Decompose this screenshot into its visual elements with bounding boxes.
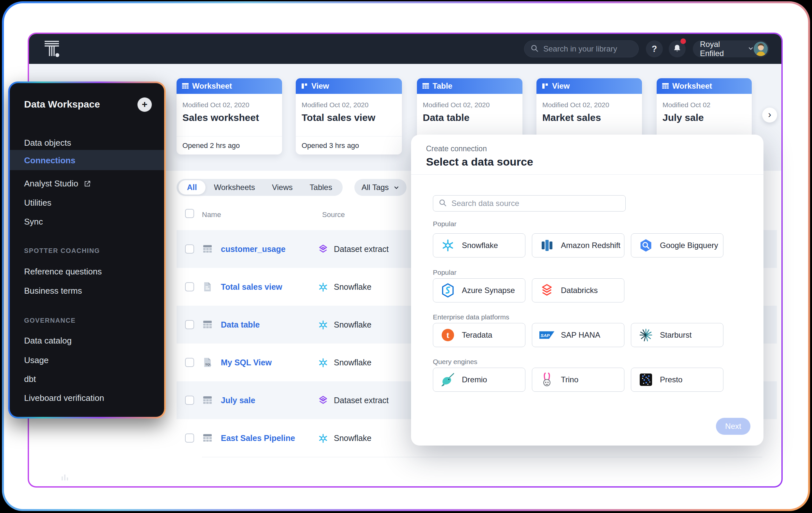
row-source: Snowflake (334, 306, 371, 344)
sidebar-item-utilities[interactable]: Utilities (24, 198, 52, 208)
modal-title: Select a data source (426, 156, 533, 168)
row-source: Snowflake (334, 268, 371, 306)
column-header-name[interactable]: Name (202, 211, 221, 219)
sidebar-item-sync[interactable]: Sync (24, 217, 43, 227)
tile-amazon-redshift[interactable]: Amazon Redshift (532, 233, 625, 258)
next-button[interactable]: Next (716, 418, 750, 435)
group-label-query-engines: Query engines (433, 358, 477, 366)
row-name-link[interactable]: My SQL View (221, 344, 272, 381)
group-label-popular-1: Popular (433, 220, 456, 228)
tile-label: Azure Synapse (462, 286, 515, 295)
tile-sap-hana[interactable]: SAP SAP HANA (532, 323, 625, 347)
tile-trino[interactable]: Trino (532, 368, 625, 392)
library-search[interactable] (524, 40, 639, 57)
thoughtspot-logo-icon[interactable] (43, 39, 60, 60)
sidebar-item-data-catalog[interactable]: Data catalog (24, 336, 71, 346)
tile-label: Amazon Redshift (561, 241, 620, 250)
avatar[interactable] (754, 42, 768, 56)
data-source-search[interactable] (433, 195, 626, 212)
snowflake-icon (318, 357, 329, 370)
card-footer: Opened 2 hrs ago (177, 136, 282, 155)
row-name-link[interactable]: customer_usage (221, 230, 286, 268)
row-source: Snowflake (334, 344, 371, 381)
sidebar-item-liveboard-verification[interactable]: Liveboard verification (24, 393, 104, 403)
tab-all[interactable]: All (178, 180, 205, 195)
row-source: Dataset extract (334, 230, 388, 268)
databricks-icon (540, 283, 554, 298)
help-button[interactable]: ? (646, 40, 663, 57)
tags-filter-label: All Tags (361, 183, 389, 192)
document-icon (202, 281, 213, 294)
tile-snowflake[interactable]: Snowflake (433, 233, 525, 258)
chart-watermark-icon (61, 474, 69, 482)
card-type-header: View (536, 78, 642, 94)
row-name-link[interactable]: July sale (221, 381, 255, 419)
sidebar-item-dbt[interactable]: dbt (24, 374, 36, 384)
card-title: Market sales (542, 112, 642, 123)
card-title: July sale (663, 112, 752, 123)
search-input[interactable] (543, 44, 645, 54)
card-type-label: Worksheet (192, 81, 232, 90)
card-type-label: View (311, 81, 329, 90)
data-workspace-sidebar: Data Workspace + Data objects Connection… (10, 83, 164, 417)
tile-label: SAP HANA (561, 330, 600, 340)
data-source-search-input[interactable] (451, 198, 620, 208)
tile-label: Google Bigquery (660, 241, 718, 250)
user-menu[interactable]: Royal Enfiled (693, 40, 769, 57)
teradata-icon: t (440, 328, 455, 343)
row-checkbox[interactable] (185, 244, 194, 253)
tile-label: Dremio (462, 375, 487, 384)
type-filter-tabs: All Worksheets Views Tables (177, 179, 343, 196)
view-layout-icon (301, 82, 308, 90)
tile-label: Teradata (462, 330, 492, 340)
row-source: Snowflake (334, 419, 371, 457)
svg-text:SQL: SQL (205, 363, 211, 366)
sidebar-item-data-objects[interactable]: Data objects (24, 138, 71, 148)
tab-tables[interactable]: Tables (301, 180, 341, 195)
tab-worksheets[interactable]: Worksheets (205, 180, 263, 195)
tile-presto[interactable]: Presto (631, 368, 723, 392)
row-checkbox[interactable] (185, 358, 194, 367)
row-checkbox[interactable] (185, 396, 194, 405)
snowflake-icon (318, 433, 329, 445)
tile-databricks[interactable]: Databricks (532, 278, 625, 302)
screenshot-canvas: ? Royal Enfiled (0, 0, 812, 513)
cards-scroll-next-button[interactable]: › (762, 108, 777, 123)
sidebar-item-reference-questions[interactable]: Reference questions (24, 267, 102, 277)
row-name-link[interactable]: Data table (221, 306, 260, 344)
bell-icon (673, 44, 682, 54)
tags-filter-dropdown[interactable]: All Tags (354, 179, 406, 196)
sidebar-item-usage[interactable]: Usage (24, 355, 49, 366)
row-checkbox[interactable] (185, 282, 194, 291)
row-source: Dataset extract (334, 381, 388, 419)
select-all-checkbox[interactable] (185, 209, 194, 218)
recent-card-sales-worksheet[interactable]: Worksheet Modified Oct 02, 2020 Sales wo… (177, 78, 282, 155)
group-label-enterprise: Enterprise data platforms (433, 313, 510, 321)
row-checkbox[interactable] (185, 320, 194, 329)
table-grid-icon (202, 319, 213, 332)
tile-starburst[interactable]: Starburst (631, 323, 723, 347)
dremio-icon (440, 372, 455, 387)
sql-document-icon: SQL (202, 356, 213, 370)
add-button[interactable]: + (138, 98, 152, 112)
tile-google-bigquery[interactable]: Google Bigquery (631, 233, 723, 258)
row-name-link[interactable]: Total sales view (221, 268, 282, 306)
sidebar-item-connections[interactable]: Connections (24, 156, 75, 166)
tile-dremio[interactable]: Dremio (433, 368, 525, 392)
redshift-icon (540, 238, 554, 253)
card-type-header: Worksheet (177, 78, 282, 94)
card-type-header: View (296, 78, 402, 94)
column-header-source[interactable]: Source (322, 211, 345, 219)
tile-azure-synapse[interactable]: Azure Synapse (433, 278, 525, 302)
sidebar-item-analyst-studio[interactable]: Analyst Studio (24, 179, 91, 189)
bigquery-icon (638, 238, 654, 253)
user-name: Royal Enfiled (700, 40, 745, 58)
tab-views[interactable]: Views (263, 180, 301, 195)
recent-card-total-sales-view[interactable]: View Modified Oct 02, 2020 Total sales v… (296, 78, 402, 155)
card-type-header: Worksheet (657, 78, 752, 94)
card-type-header: Table (417, 78, 522, 94)
row-checkbox[interactable] (185, 433, 194, 442)
row-name-link[interactable]: East Sales Pipeline (221, 419, 295, 457)
sidebar-item-business-terms[interactable]: Business terms (24, 286, 82, 296)
tile-teradata[interactable]: t Teradata (433, 323, 525, 347)
